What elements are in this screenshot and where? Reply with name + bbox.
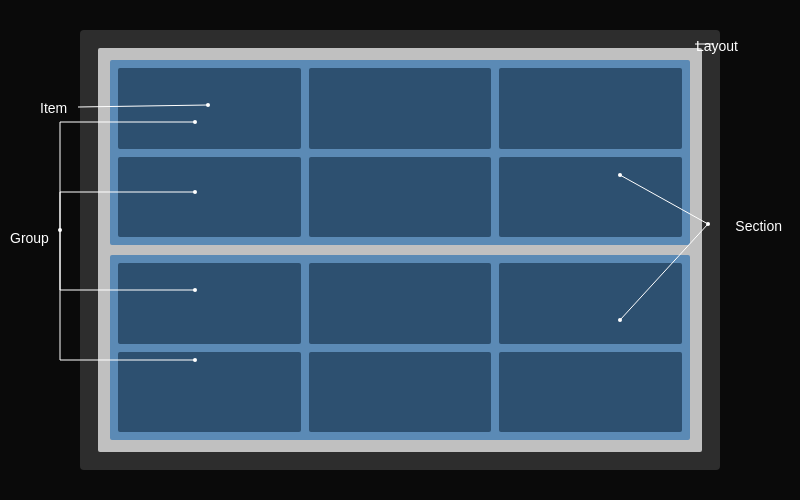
section-1 [110, 60, 690, 245]
item-4-2 [309, 352, 492, 433]
group-2 [118, 157, 682, 238]
item-4-1 [118, 352, 301, 433]
group-1 [118, 68, 682, 149]
section-2 [110, 255, 690, 440]
item-3-1 [118, 263, 301, 344]
item-3-2 [309, 263, 492, 344]
layout-label: Layout [696, 38, 738, 54]
item-4-3 [499, 352, 682, 433]
svg-point-15 [58, 228, 62, 232]
section-label: Section [735, 218, 782, 234]
item-1-1 [118, 68, 301, 149]
item-2-2 [309, 157, 492, 238]
group-3 [118, 263, 682, 344]
inner-layout [98, 48, 702, 452]
item-2-3 [499, 157, 682, 238]
item-1-3 [499, 68, 682, 149]
item-2-1 [118, 157, 301, 238]
group-4 [118, 352, 682, 433]
item-1-2 [309, 68, 492, 149]
layout-container [80, 30, 720, 470]
group-label: Group [10, 230, 49, 246]
item-3-3 [499, 263, 682, 344]
item-label: Item [40, 100, 67, 116]
